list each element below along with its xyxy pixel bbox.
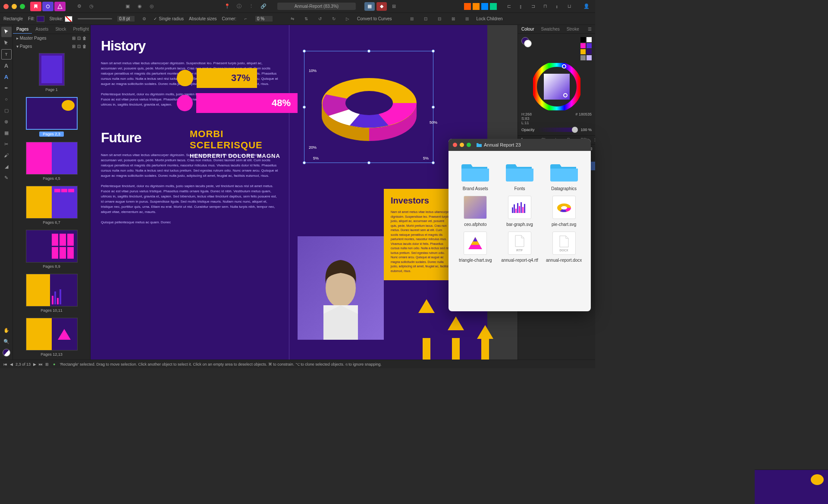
- ceo-photo[interactable]: [298, 236, 384, 340]
- selected-donut-group[interactable]: 10% 50% 20% 5% 5%: [304, 51, 433, 163]
- absolute-sizes-label[interactable]: Absolute sizes: [189, 16, 216, 21]
- arrange-backward[interactable]: [481, 3, 488, 10]
- page-add2-icon[interactable]: ⊞: [72, 44, 75, 49]
- info-icon[interactable]: ⓘ: [234, 2, 245, 11]
- art-text-tool[interactable]: A: [1, 72, 12, 82]
- page-thumb-1[interactable]: [39, 53, 65, 86]
- layers-menu-icon[interactable]: ☰: [591, 136, 595, 144]
- user-icon[interactable]: 👤: [581, 2, 592, 11]
- corner-value-input[interactable]: [255, 16, 273, 22]
- tab-stock[interactable]: Stock: [52, 25, 69, 34]
- bar-item-1[interactable]: 37%: [177, 68, 298, 88]
- brush-tool[interactable]: 🖌: [1, 150, 12, 160]
- page-add-icon[interactable]: ⊞: [72, 36, 75, 41]
- close-window[interactable]: [3, 4, 9, 9]
- opacity-value[interactable]: 100 %: [580, 128, 592, 132]
- fill-swatch[interactable]: [37, 16, 44, 22]
- clock-icon[interactable]: ◷: [86, 2, 97, 11]
- page-opts-icon[interactable]: ⊡: [77, 36, 81, 41]
- align-middle-icon[interactable]: ⫾: [552, 2, 562, 11]
- stroke-swatch[interactable]: [65, 16, 72, 22]
- fill-stroke-wells[interactable]: [521, 37, 532, 47]
- tab-preflight[interactable]: Preflight: [69, 25, 91, 34]
- snap-b-icon[interactable]: ⊡: [421, 15, 430, 23]
- tab-stroke[interactable]: Stroke: [563, 25, 583, 33]
- flip-h-icon[interactable]: ⇋: [288, 15, 297, 23]
- color-well[interactable]: [1, 347, 12, 358]
- finder-item-folder[interactable]: Fonts: [500, 160, 540, 191]
- table-tool[interactable]: ▦: [1, 128, 12, 138]
- pen-tool[interactable]: ✒: [1, 83, 12, 93]
- page-thumb-12-13[interactable]: [26, 318, 78, 351]
- stroke-width-input[interactable]: [117, 16, 135, 22]
- single-radius-check[interactable]: ✓ Single radius: [154, 16, 184, 21]
- opacity-slider[interactable]: [537, 128, 578, 132]
- page-trash2-icon[interactable]: 🗑: [82, 44, 87, 49]
- fill-tool[interactable]: ◢: [1, 161, 12, 172]
- investors-box[interactable]: Investors Nam sit amet metus vitae lectu…: [384, 189, 457, 280]
- arrange-back[interactable]: [490, 3, 497, 10]
- gear-small-icon[interactable]: ⚙: [140, 15, 148, 23]
- finder-item-svg[interactable]: pie-chart.svg: [544, 195, 584, 227]
- designer-persona[interactable]: [54, 2, 66, 11]
- tab-pages[interactable]: Pages: [13, 25, 32, 34]
- target-icon[interactable]: ◎: [147, 2, 157, 11]
- text-tool[interactable]: A: [1, 60, 12, 71]
- finder-close[interactable]: [453, 143, 457, 147]
- snap-d-icon[interactable]: ⊠: [449, 15, 458, 23]
- snap-a-icon[interactable]: ⊞: [408, 15, 416, 23]
- morbi-heading[interactable]: MORBI SCELERISQUE: [190, 128, 289, 151]
- sb-icon[interactable]: ⊞: [45, 362, 49, 366]
- finder-item-folder[interactable]: Datagraphics: [544, 160, 584, 191]
- toggle-b[interactable]: ◆: [376, 2, 387, 11]
- tab-swatches[interactable]: Swatches: [537, 25, 563, 33]
- rotate-ccw-icon[interactable]: ↺: [316, 15, 324, 23]
- finder-item-rtf[interactable]: RTF annual-report-q4.rtf: [500, 231, 540, 263]
- finder-window[interactable]: Annual Report 23 Brand Assets Fonts Data…: [448, 139, 591, 311]
- toggle-a[interactable]: ▦: [364, 2, 375, 11]
- document-canvas[interactable]: History Nam sit amet metus vitae lectus …: [91, 25, 487, 360]
- finder-item-folder[interactable]: Brand Assets: [455, 160, 496, 191]
- node-tool[interactable]: [1, 38, 12, 48]
- page-thumb-2-3[interactable]: [26, 97, 78, 130]
- timer-icon[interactable]: ◉: [135, 2, 145, 11]
- tab-assets[interactable]: Assets: [32, 25, 52, 34]
- page-thumb-6-7[interactable]: [26, 186, 78, 219]
- star-tool[interactable]: ⊗: [1, 116, 12, 127]
- finder-minimize[interactable]: [460, 143, 464, 147]
- stroke-width-slider[interactable]: [78, 18, 112, 19]
- align-center-icon[interactable]: ⫿: [516, 2, 526, 11]
- last-page-icon[interactable]: ⏭: [39, 362, 43, 366]
- page-opts2-icon[interactable]: ⊡: [77, 44, 81, 49]
- align-top-icon[interactable]: ⊓: [540, 2, 550, 11]
- zoom-tool[interactable]: 🔍: [1, 336, 12, 347]
- finder-item-image[interactable]: ceo.afphoto: [455, 195, 496, 227]
- photo-persona[interactable]: [42, 2, 53, 11]
- ellipse-tool[interactable]: ○: [1, 94, 12, 104]
- recent-swatches[interactable]: [580, 37, 592, 60]
- rectangle-tool[interactable]: ▢: [1, 105, 12, 116]
- document-title[interactable]: Annual-Report (83.3%): [277, 3, 356, 10]
- link-icon[interactable]: 🔗: [258, 2, 269, 11]
- hex-value[interactable]: # 180535: [575, 112, 592, 125]
- corner-type-icon[interactable]: ⌐: [242, 15, 250, 23]
- tab-colour[interactable]: Colour: [518, 25, 537, 33]
- publisher-persona[interactable]: [30, 2, 41, 11]
- next-page-icon[interactable]: ▶: [33, 362, 36, 366]
- finder-item-svg[interactable]: bar-graph.svg: [500, 195, 540, 227]
- panel-menu-icon[interactable]: ☰: [584, 25, 595, 33]
- bar-item-2[interactable]: 48%: [177, 93, 298, 113]
- snap-e-icon[interactable]: ⊞: [463, 15, 471, 23]
- body-text[interactable]: Quisque pellentesque metus ac quam. Done…: [101, 220, 279, 225]
- crop-tool[interactable]: ✂: [1, 139, 12, 149]
- page-thumb-10-11[interactable]: [26, 274, 78, 307]
- finder-maximize[interactable]: [467, 143, 471, 147]
- convert-curves-button[interactable]: Convert to Curves: [357, 16, 392, 21]
- flip-v-icon[interactable]: ⇅: [302, 15, 310, 23]
- finder-item-svg[interactable]: triangle-chart.svg: [455, 231, 496, 263]
- master-pages-header[interactable]: ▸ Master Pages ⊞ ⊡ 🗑: [13, 34, 90, 42]
- minimize-window[interactable]: [12, 4, 17, 9]
- maximize-window[interactable]: [20, 4, 25, 9]
- body-text[interactable]: Pellentesque tincidunt, dolor eu digniss…: [101, 184, 279, 215]
- gear-icon[interactable]: ⚙: [74, 2, 85, 11]
